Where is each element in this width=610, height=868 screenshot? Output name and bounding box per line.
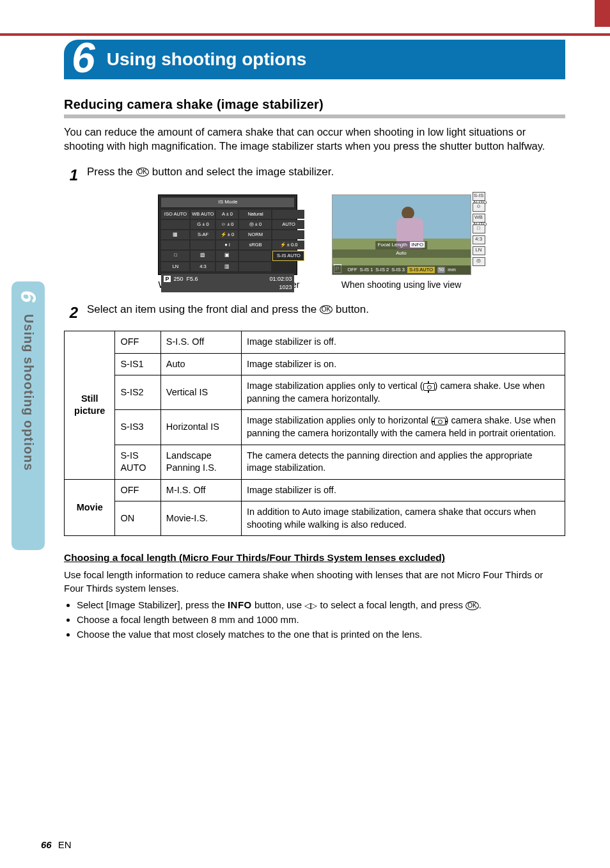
corner-accent: [595, 0, 610, 27]
table-cell: Movie-I.S.: [160, 501, 241, 536]
li-mid2: to select a focal length, and press: [317, 599, 465, 610]
table-cell: The camera detects the panning direction…: [241, 445, 565, 479]
page-footer: 66 EN: [41, 839, 72, 851]
options-table: Still picture OFF S-I.S. Off Image stabi…: [64, 331, 565, 536]
vf-cell: ⚡ ± 0.0: [272, 241, 304, 249]
ok-button-icon: OK: [136, 168, 149, 177]
vf-shots: 1023: [279, 284, 292, 290]
chapter-number: 6: [72, 41, 95, 79]
vf-cell: Natural: [239, 210, 271, 219]
lv-opt: S-IS 2: [375, 267, 389, 273]
bullet-list: Select [Image Stabilizer], press the INF…: [64, 599, 565, 642]
table-cell: S-IS2: [115, 375, 160, 410]
step-number: 2: [64, 303, 78, 323]
list-item: Choose a focal length between 8 mm and 1…: [77, 613, 565, 626]
step-2: 2 Select an item using the front dial an…: [64, 303, 565, 323]
lv-focal-value: 50: [437, 267, 445, 273]
vf-grid: ISO AUTO WB AUTO A ± 0 Natural G ± 0 ☺ ±…: [161, 210, 294, 272]
table-cell: Image stabilization applies only to vert…: [241, 375, 565, 410]
list-item: Choose the value that most closely match…: [77, 628, 565, 641]
vf-cell: A ± 0: [216, 210, 238, 219]
vf-rec-time: 01:02:03: [269, 276, 292, 282]
info-tag: INFO: [410, 242, 425, 248]
table-cell: S-IS1: [115, 353, 160, 375]
table-cell: Horizontal IS: [160, 410, 241, 445]
vf-cell: NORM: [239, 230, 271, 239]
group-head: Still picture: [65, 331, 115, 480]
table-cell: In addition to Auto image stabilization,…: [241, 501, 565, 536]
table-cell: Image stabilization applies only to hori…: [241, 410, 565, 445]
vf-bottom-row: P 250 F5.6 01:02:03 1023: [161, 274, 294, 292]
vf-cell: ☺ ± 0: [216, 220, 238, 229]
step-text-post: button.: [336, 303, 369, 315]
camera-horizontal-icon: [434, 418, 446, 425]
chapter-title: Using shooting options: [107, 47, 307, 72]
lv-caption: When shooting using live view: [332, 279, 471, 291]
vf-cell: ● i: [216, 241, 238, 249]
step-text: Select an item using the front dial and …: [87, 303, 369, 317]
table-row: S-IS1 Auto Image stabilizer is on.: [65, 353, 565, 375]
subsection-heading: Choosing a focal length (Micro Four Thir…: [64, 551, 565, 565]
viewfinder-panel: IS Mode ISO AUTO WB AUTO A ± 0 Natural G…: [158, 194, 297, 275]
ok-button-icon: OK: [465, 601, 478, 610]
lv-side-icons: S-IS AUTO ☺ WB AUTO □ 4:3 LN ◎: [473, 192, 487, 266]
ok-button-icon: OK: [320, 305, 332, 314]
table-cell: S-IS AUTO: [115, 445, 160, 479]
table-row: Still picture OFF S-I.S. Off Image stabi…: [65, 331, 565, 354]
table-row: S-IS3 Horizontal IS Image stabilization …: [65, 410, 565, 445]
table-row: S-IS AUTO Landscape Panning I.S. The cam…: [65, 445, 565, 479]
table-cell: Landscape Panning I.S.: [160, 445, 241, 479]
vf-cell: 4:3: [191, 262, 215, 271]
li-post: .: [479, 599, 481, 610]
vf-cell: G ± 0: [191, 220, 215, 229]
lv-side-icon: 4:3: [473, 235, 485, 244]
vf-cell: ▦: [161, 230, 189, 239]
vf-cell: ▧: [191, 251, 215, 261]
table-cell: S-I.S. Off: [160, 331, 241, 354]
chapter-header: 6 Using shooting options: [64, 40, 565, 79]
page-number: 66: [41, 839, 52, 850]
table-cell: M-I.S. Off: [160, 479, 241, 501]
vf-cell: ⚡ ± 0: [216, 230, 238, 239]
list-item: Select [Image Stabilizer], press the INF…: [77, 599, 565, 612]
lv-options-bar: OFF S-IS 1 S-IS 2 S-IS 3 S-IS AUTO 50 mm: [332, 265, 471, 274]
vf-aperture: F5.6: [187, 276, 198, 282]
lv-auto-label: Auto: [332, 249, 471, 258]
group-head: Movie: [65, 479, 115, 536]
table-cell: Image stabilizer is off.: [241, 479, 565, 501]
step-text-post: button and select the image stabilizer.: [152, 166, 334, 178]
page-lang: EN: [58, 839, 72, 850]
lv-mm: mm: [448, 267, 456, 273]
step-text: Press the OK button and select the image…: [87, 165, 334, 180]
vf-cell: [239, 262, 271, 271]
screenshot-row: IS Mode ISO AUTO WB AUTO A ± 0 Natural G…: [64, 194, 565, 291]
lv-side-icon: S-IS AUTO: [473, 192, 485, 201]
section-title: Reducing camera shake (image stabilizer): [64, 96, 565, 118]
table-cell: Image stabilizer is off.: [241, 331, 565, 354]
vf-cell: sRGB: [239, 241, 271, 249]
lv-opt: OFF: [348, 267, 357, 273]
li-mid: button, use: [252, 599, 305, 610]
vf-cell: S-AF: [191, 230, 215, 239]
vf-cell: [272, 210, 304, 219]
desc-pre: Image stabilization applies only to hori…: [247, 415, 434, 425]
intro-paragraph: You can reduce the amount of camera shak…: [64, 125, 565, 154]
table-row: ON Movie-I.S. In addition to Auto image …: [65, 501, 565, 536]
vf-cell: ◎ ± 0: [239, 220, 271, 229]
table-cell: ON: [115, 501, 160, 536]
lv-side-icon: □: [473, 225, 485, 233]
li-pre: Select [Image Stabilizer], press the: [77, 599, 228, 610]
vf-cell-selected: S-IS AUTO: [272, 251, 304, 261]
lv-opt-selected: S-IS AUTO: [407, 267, 435, 273]
lv-focal-text: Focal Length: [378, 242, 407, 248]
liveview-panel: Focal Length INFO Auto P OFF S-IS 1 S-IS…: [332, 194, 471, 275]
table-cell: Image stabilizer is on.: [241, 353, 565, 375]
lv-opt: S-IS 3: [391, 267, 405, 273]
vf-time: 01:02:03 1023: [269, 275, 292, 290]
table-cell: Vertical IS: [160, 375, 241, 410]
left-right-arrows-icon: ◁▷: [304, 600, 317, 612]
vf-cell: [191, 241, 215, 249]
vf-cell: [161, 220, 189, 229]
camera-vertical-icon: [423, 383, 435, 391]
vf-cell: □: [161, 251, 189, 261]
